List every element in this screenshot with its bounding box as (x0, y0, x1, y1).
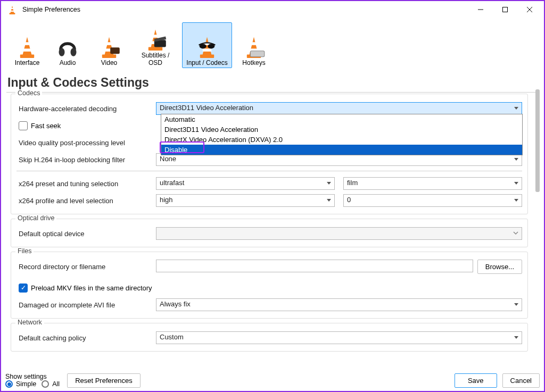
label-default-optical: Default optical device (16, 230, 156, 238)
checkbox-box: ✓ (19, 283, 28, 293)
reset-preferences-button[interactable]: Reset Preferences (67, 373, 141, 388)
radio-simple-label: Simple (16, 380, 36, 388)
input-record-dir[interactable] (156, 260, 473, 272)
option-dxva2[interactable]: DirectX Video Acceleration (DXVA) 2.0 (161, 135, 522, 145)
checkbox-box (19, 121, 28, 130)
tab-audio[interactable]: Audio (48, 22, 87, 68)
svg-point-13 (208, 44, 214, 49)
vlc-app-icon (7, 5, 17, 14)
title-bar: Simple Preferences (1, 1, 544, 18)
group-optical: Optical drive Default optical device (11, 219, 528, 247)
radio-all-label: All (52, 380, 60, 388)
cone-sunglasses-icon (194, 32, 220, 58)
browse-button[interactable]: Browse... (477, 260, 522, 274)
group-title-network: Network (15, 319, 44, 326)
scrollbar[interactable] (535, 89, 540, 360)
option-d3d11[interactable]: Direct3D11 Video Acceleration (161, 124, 522, 135)
tab-input-codecs[interactable]: Input / Codecs (182, 22, 232, 68)
label-record-dir: Record directory or filename (16, 263, 156, 271)
option-automatic[interactable]: Automatic (161, 114, 522, 124)
scrollbar-thumb[interactable] (535, 89, 540, 192)
maximize-button[interactable] (493, 2, 517, 18)
label-x264-profile: x264 profile and level selection (16, 197, 156, 205)
minimize-button[interactable] (468, 2, 493, 18)
group-title-optical: Optical drive (15, 214, 56, 222)
cone-icon (14, 32, 40, 58)
label-hw-decoding: Hardware-accelerated decoding (16, 105, 156, 113)
group-title-codecs: Codecs (15, 89, 42, 97)
radio-simple[interactable] (5, 380, 13, 388)
tab-hotkeys[interactable]: Hotkeys (234, 22, 274, 68)
group-network: Network Default caching policy Custom (11, 323, 528, 352)
checkbox-preload-mkv[interactable]: ✓ Preload MKV files in the same director… (16, 283, 152, 293)
svg-rect-4 (503, 7, 508, 12)
radio-all[interactable] (42, 380, 49, 388)
combo-x264-preset[interactable]: ultrafast (156, 177, 335, 190)
svg-point-7 (59, 48, 65, 56)
window-title: Simple Preferences (22, 6, 80, 13)
combo-hw-decoding[interactable]: Direct3D11 Video Acceleration (156, 102, 522, 115)
dropdown-hw-decoding-options[interactable]: Automatic Direct3D11 Video Acceleration … (161, 114, 523, 155)
category-tabs: Interface Audio Video Subtitles / OSD In… (1, 18, 544, 71)
combo-x264-tuning[interactable]: film (343, 177, 522, 190)
group-files: Files Record directory or filename Brows… (11, 252, 528, 319)
save-button[interactable]: Save (455, 373, 497, 388)
cancel-button[interactable]: Cancel (502, 373, 540, 388)
close-button[interactable] (517, 2, 542, 18)
svg-point-12 (200, 44, 207, 49)
svg-rect-14 (250, 51, 264, 57)
label-skip-h264: Skip H.264 in-loop deblocking filter (16, 156, 156, 164)
combo-default-optical[interactable] (156, 227, 522, 240)
cone-keyboard-icon (241, 32, 267, 58)
option-disable[interactable]: Disable (161, 145, 522, 155)
svg-point-8 (71, 48, 77, 56)
combo-x264-level[interactable]: 0 (343, 194, 522, 207)
combo-damaged-avi[interactable]: Always fix (156, 298, 522, 311)
label-caching: Default caching policy (16, 334, 156, 342)
svg-rect-9 (110, 47, 120, 54)
checkbox-fast-seek[interactable]: Fast seek (16, 121, 61, 130)
tab-subtitles[interactable]: Subtitles / OSD (131, 22, 180, 68)
tab-video[interactable]: Video (89, 22, 129, 68)
divider (16, 171, 522, 171)
group-title-files: Files (15, 247, 34, 255)
headphones-icon (55, 32, 80, 58)
combo-x264-profile[interactable]: high (156, 194, 335, 207)
label-damaged-avi: Damaged or incomplete AVI file (16, 301, 156, 309)
cone-slate-icon (143, 25, 168, 51)
label-vq-post: Video quality post-processing level (16, 139, 156, 147)
cone-film-icon (96, 32, 122, 58)
footer: Show settings Simple All Reset Preferenc… (5, 373, 540, 388)
label-x264-preset: x264 preset and tuning selection (16, 180, 156, 188)
tab-interface[interactable]: Interface (9, 22, 46, 68)
combo-caching[interactable]: Custom (156, 331, 522, 344)
label-show-settings: Show settings (5, 373, 60, 380)
